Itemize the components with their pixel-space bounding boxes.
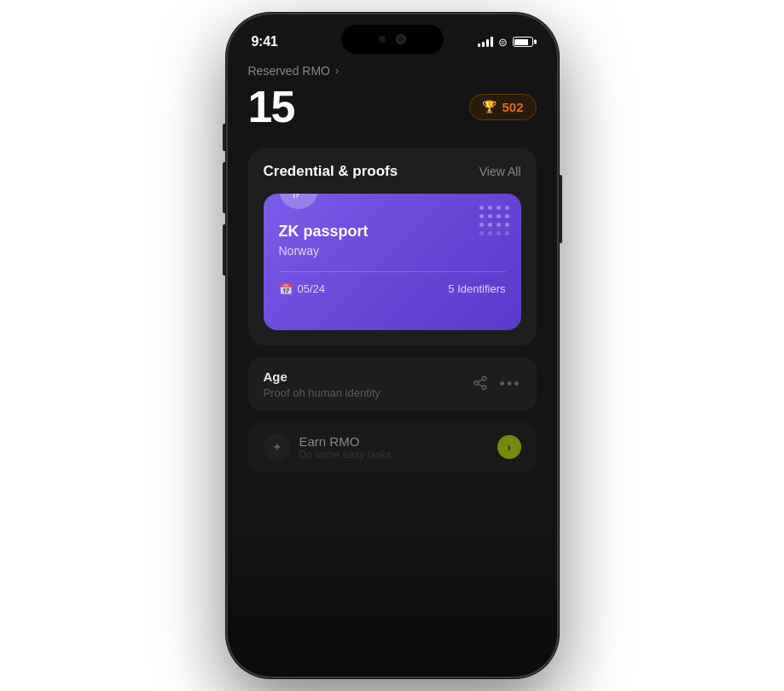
more-icon[interactable]: ••• xyxy=(500,375,521,393)
reserved-rmo-row[interactable]: Reserved RMO › xyxy=(248,64,537,78)
power-button xyxy=(559,175,562,243)
dynamic-island xyxy=(341,25,444,54)
di-sensor xyxy=(379,36,386,43)
trophy-badge: 🏆 502 xyxy=(469,94,536,120)
earn-left: ✦ Earn RMO Do some easy tasks xyxy=(264,433,392,461)
age-actions: ••• xyxy=(473,375,521,394)
reserved-rmo-label: Reserved RMO xyxy=(248,64,330,78)
score-row: 15 🏆 502 xyxy=(248,84,537,129)
silent-button xyxy=(223,124,226,151)
trophy-count: 502 xyxy=(502,100,523,114)
di-camera xyxy=(396,34,406,44)
screen-content: Reserved RMO › 15 🏆 502 Credential & pro… xyxy=(228,64,557,473)
svg-point-0 xyxy=(482,376,486,380)
phone-screen: 9:41 ⊜ Reser xyxy=(228,15,557,676)
svg-line-4 xyxy=(478,379,482,381)
svg-point-2 xyxy=(482,386,486,390)
credentials-header: Credential & proofs View All xyxy=(264,163,521,180)
fingerprint-svg xyxy=(288,194,309,200)
svg-point-1 xyxy=(474,380,479,385)
dot-pattern xyxy=(479,206,509,235)
earn-text-group: Earn RMO Do some easy tasks xyxy=(299,434,392,461)
earn-title: Earn RMO xyxy=(299,434,392,449)
zk-passport-country: Norway xyxy=(279,244,506,258)
age-info: Age Proof oh human identity xyxy=(264,369,473,399)
calendar-icon: 📅 xyxy=(279,282,293,295)
credentials-title: Credential & proofs xyxy=(264,163,398,180)
score-number: 15 xyxy=(248,84,294,129)
earn-section[interactable]: ✦ Earn RMO Do some easy tasks › xyxy=(248,421,537,473)
volume-down-button xyxy=(223,224,226,276)
earn-subtitle: Do some easy tasks xyxy=(299,449,392,461)
status-time: 9:41 xyxy=(252,34,278,49)
zk-passport-card[interactable]: ZK passport Norway 📅 05/24 5 Identifiers xyxy=(264,194,521,330)
zk-passport-footer: 📅 05/24 5 Identifiers xyxy=(279,271,506,295)
zk-date: 📅 05/24 xyxy=(279,282,326,295)
zk-date-value: 05/24 xyxy=(298,282,326,295)
zk-passport-title: ZK passport xyxy=(279,223,506,241)
age-subtitle: Proof oh human identity xyxy=(264,386,473,399)
star-icon: ✦ xyxy=(264,433,291,461)
trophy-icon: 🏆 xyxy=(482,100,497,113)
status-icons: ⊜ xyxy=(478,36,533,49)
wifi-icon: ⊜ xyxy=(498,36,508,49)
bottom-fade xyxy=(228,523,557,676)
volume-up-button xyxy=(223,162,226,213)
share-icon[interactable] xyxy=(473,375,488,394)
credentials-section: Credential & proofs View All xyxy=(248,148,537,346)
earn-arrow[interactable]: › xyxy=(497,435,521,459)
fingerprint-bg xyxy=(279,194,318,209)
age-title: Age xyxy=(264,369,473,384)
phone-device: 9:41 ⊜ Reser xyxy=(226,13,559,678)
svg-line-3 xyxy=(478,384,482,386)
battery-icon xyxy=(513,37,533,47)
reserved-rmo-chevron: › xyxy=(335,65,339,77)
signal-icon xyxy=(478,37,493,47)
phone-shell: 9:41 ⊜ Reser xyxy=(226,13,559,678)
zk-identifiers: 5 Identifiers xyxy=(448,282,505,295)
view-all-button[interactable]: View All xyxy=(479,165,521,178)
age-section[interactable]: Age Proof oh human identity xyxy=(248,357,537,411)
